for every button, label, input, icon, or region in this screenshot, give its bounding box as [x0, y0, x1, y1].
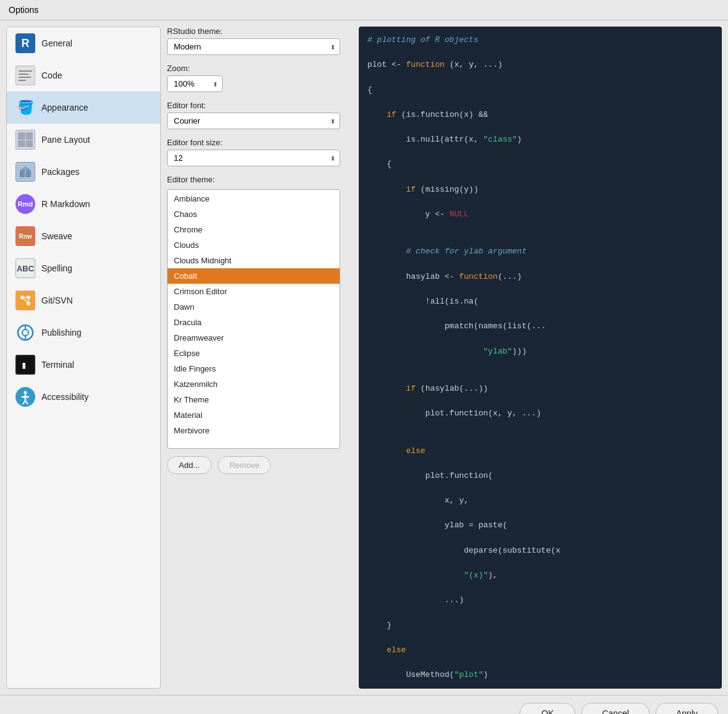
theme-item-chaos[interactable]: Chaos — [168, 206, 340, 222]
sidebar-label-spelling: Spelling — [41, 263, 72, 273]
theme-item-chrome[interactable]: Chrome — [168, 222, 340, 237]
sidebar-item-terminal[interactable]: ▮ Terminal — [7, 349, 160, 381]
theme-item-eclipse[interactable]: Eclipse — [168, 346, 340, 361]
sidebar-label-r-markdown: R Markdown — [41, 199, 90, 209]
code-line-7: if (missing(y)) — [367, 184, 713, 196]
editor-font-size-wrapper: 891011 12 1314161824 ⬍ — [167, 150, 340, 166]
theme-item-crimson-editor[interactable]: Crimson Editor — [168, 284, 340, 299]
editor-theme-label: Editor theme: — [167, 175, 353, 184]
svg-point-19 — [24, 391, 27, 394]
sidebar-label-packages: Packages — [41, 167, 79, 177]
sidebar-item-r-markdown[interactable]: Rmd R Markdown — [7, 188, 160, 220]
code-line-18: x, y, — [367, 495, 713, 507]
code-preview: # plotting of R objects plot <- function… — [359, 27, 722, 689]
editor-font-group: Editor font: Courier Courier New Consola… — [167, 101, 353, 129]
zoom-select[interactable]: 75% 80% 90% 100% 110% 125% 150% — [167, 75, 223, 92]
apply-button[interactable]: Apply — [656, 703, 718, 714]
code-line-16: else — [367, 445, 713, 457]
code-line-3: { — [367, 84, 713, 96]
appearance-icon: 🪣 — [15, 98, 35, 117]
ok-button[interactable]: OK — [520, 703, 575, 714]
dialog-footer: OK Cancel Apply — [0, 695, 728, 714]
code-icon — [15, 66, 35, 85]
add-theme-button[interactable]: Add... — [167, 456, 212, 474]
options-panel: RStudio theme: Classic Modern Sky ⬍ Zoom… — [167, 27, 353, 689]
theme-item-material[interactable]: Material — [168, 407, 340, 423]
editor-font-wrapper: Courier Courier New Consolas Menlo Monac… — [167, 113, 340, 129]
code-line-2: plot <- function (x, y, ...) — [367, 59, 713, 71]
code-line-4: if (is.function(x) && — [367, 109, 713, 121]
sidebar-item-sweave[interactable]: Rnw Sweave — [7, 220, 160, 252]
sidebar-item-appearance[interactable]: 🪣 Appearance — [7, 91, 160, 124]
code-line-20: deparse(substitute(x — [367, 545, 713, 557]
svg-point-13 — [22, 329, 28, 336]
sidebar-label-sweave: Sweave — [41, 231, 72, 241]
code-line-14: if (hasylab(...)) — [367, 383, 713, 395]
rstudio-theme-group: RStudio theme: Classic Modern Sky ⬍ — [167, 27, 353, 55]
git-icon — [15, 291, 35, 310]
sidebar-label-git-svn: Git/SVN — [41, 295, 73, 305]
theme-item-katzenmilch[interactable]: Katzenmilch — [168, 376, 340, 392]
sidebar-item-code[interactable]: Code — [7, 59, 160, 91]
sidebar-item-pane-layout[interactable]: Pane Layout — [7, 124, 160, 156]
theme-item-idle-fingers[interactable]: Idle Fingers — [168, 361, 340, 376]
rstudio-theme-select[interactable]: Classic Modern Sky — [167, 38, 340, 55]
svg-text:▮: ▮ — [21, 359, 27, 371]
sidebar-item-accessibility[interactable]: Accessibility — [7, 381, 160, 413]
rstudio-theme-wrapper: Classic Modern Sky ⬍ — [167, 38, 340, 55]
sidebar-label-publishing: Publishing — [41, 328, 82, 338]
editor-font-size-select[interactable]: 891011 12 1314161824 — [167, 150, 340, 166]
sidebar-label-appearance: Appearance — [41, 103, 88, 113]
theme-item-dreamweaver[interactable]: Dreamweaver — [168, 330, 340, 346]
code-line-15: plot.function(x, y, ...) — [367, 407, 713, 420]
sidebar-item-publishing[interactable]: Publishing — [7, 317, 160, 349]
theme-item-ambiance[interactable]: Ambiance — [168, 191, 340, 206]
dialog-title: Options — [9, 5, 38, 15]
code-line-12: pmatch(names(list(... — [367, 320, 713, 333]
rstudio-theme-label: RStudio theme: — [167, 27, 353, 36]
sidebar-label-accessibility: Accessibility — [41, 392, 88, 402]
theme-item-clouds-midnight[interactable]: Clouds Midnight — [168, 253, 340, 268]
editor-theme-list[interactable]: Ambiance Chaos Chrome Clouds Clouds Midn… — [167, 189, 340, 449]
editor-font-select[interactable]: Courier Courier New Consolas Menlo Monac… — [167, 113, 340, 129]
zoom-group: Zoom: 75% 80% 90% 100% 110% 125% 150% ⬍ — [167, 64, 353, 92]
r-icon: R — [15, 33, 35, 53]
sidebar-item-spelling[interactable]: ABC Spelling — [7, 252, 160, 284]
theme-buttons: Add... Remove — [167, 456, 353, 474]
sidebar-label-general: General — [41, 38, 72, 48]
sidebar-item-general[interactable]: R General — [7, 27, 160, 59]
sidebar-label-pane-layout: Pane Layout — [41, 135, 90, 145]
pane-icon — [15, 130, 35, 150]
editor-font-label: Editor font: — [167, 101, 353, 110]
code-line-8: y <- NULL — [367, 208, 713, 221]
publishing-icon — [15, 323, 35, 342]
code-line-6: { — [367, 158, 713, 171]
main-content: RStudio theme: Classic Modern Sky ⬍ Zoom… — [167, 27, 722, 689]
sidebar-label-code: Code — [41, 70, 62, 80]
editor-font-size-label: Editor font size: — [167, 138, 353, 147]
remove-theme-button[interactable]: Remove — [218, 456, 271, 474]
theme-item-cobalt[interactable]: Cobalt — [168, 268, 340, 284]
sidebar: R General Code 🪣 — [6, 27, 161, 689]
code-line-1: # plotting of R objects — [367, 34, 713, 46]
code-line-23: } — [367, 619, 713, 632]
sidebar-item-packages[interactable]: Packages — [7, 156, 160, 188]
theme-item-dawn[interactable]: Dawn — [168, 299, 340, 315]
theme-item-merbivore[interactable]: Merbivore — [168, 423, 340, 438]
theme-item-clouds[interactable]: Clouds — [168, 237, 340, 253]
svg-marker-1 — [20, 166, 31, 170]
editor-font-size-group: Editor font size: 891011 12 1314161824 ⬍ — [167, 138, 353, 166]
zoom-label: Zoom: — [167, 64, 353, 73]
sidebar-item-git-svn[interactable]: Git/SVN — [7, 284, 160, 317]
spelling-icon: ABC — [15, 258, 35, 278]
code-line-17: plot.function( — [367, 470, 713, 482]
code-line-21: "(x)"), — [367, 569, 713, 582]
code-line-9: # check for ylab argument — [367, 245, 713, 258]
code-line-25: UseMethod("plot") — [367, 669, 713, 681]
cancel-button[interactable]: Cancel — [581, 703, 649, 714]
packages-icon — [15, 162, 35, 182]
code-line-11: !all(is.na( — [367, 295, 713, 308]
theme-item-kr-theme[interactable]: Kr Theme — [168, 392, 340, 407]
theme-item-dracula[interactable]: Dracula — [168, 315, 340, 330]
code-line-24: else — [367, 644, 713, 657]
